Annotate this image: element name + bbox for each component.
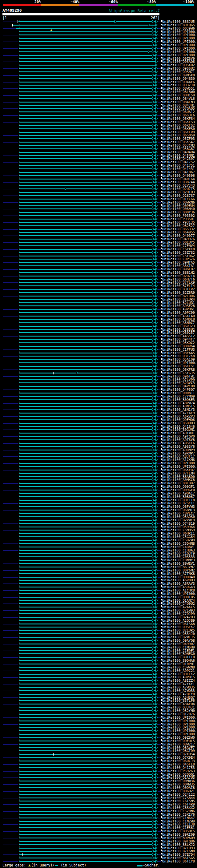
alignment-line [20, 305, 156, 306]
alignment-arrowhead-icon [152, 100, 155, 103]
subject-overhang-right [158, 791, 161, 792]
alignment-arrowhead-icon [152, 462, 155, 465]
alignment-line [20, 88, 156, 89]
alignment-arrowhead-icon [156, 425, 158, 428]
alignment-arrowhead-icon [156, 134, 158, 137]
subject-overhang-left [3, 108, 18, 109]
alignment-arrowhead-icon [156, 622, 158, 625]
alignment-arrowhead-icon [152, 284, 155, 287]
alignment-arrowhead-icon [156, 846, 158, 849]
alignment-line [20, 660, 156, 661]
alignment-arrowhead-icon [148, 23, 150, 27]
subject-overhang-left [3, 497, 18, 497]
alignment-line [20, 346, 156, 347]
alignment-line [20, 446, 156, 447]
alignment-line [20, 647, 156, 648]
alignment-arrowhead-icon [152, 606, 155, 609]
alignment-arrowhead-icon [156, 689, 158, 692]
alignment-line [20, 219, 156, 220]
subject-overhang-right [158, 82, 161, 83]
subject-overhang-left [3, 798, 18, 798]
hit-accession-label[interactable]: UniRef100_B6T1Y8 [162, 860, 195, 863]
alignment-arrowhead-icon [156, 328, 158, 331]
alignment-arrowhead-icon [156, 719, 158, 722]
alignment-line [20, 195, 156, 196]
alignment-arrowhead-icon [152, 692, 155, 695]
alignment-arrowhead-icon [152, 214, 155, 217]
subject-overhang-right [158, 757, 161, 758]
alignment-arrowhead-icon [156, 271, 158, 274]
alignment-arrowhead-icon [156, 856, 158, 859]
alignment-line [20, 821, 156, 822]
query-gap-triangle-icon [28, 864, 31, 866]
alignment-line [20, 667, 156, 668]
alignment-arrowhead-icon [156, 47, 158, 50]
alignment-line [20, 563, 156, 564]
alignment-arrowhead-icon [152, 826, 155, 829]
alignment-row[interactable]: UniRef100_B6T1Y8 [0, 860, 197, 863]
alignment-arrowhead-icon [156, 331, 158, 334]
alignment-arrowhead-icon [156, 184, 158, 187]
alignment-arrowhead-icon [152, 816, 155, 819]
subject-overhang-left [3, 296, 18, 297]
query-gap-marker-icon [50, 29, 53, 31]
subject-overhang-left [3, 262, 18, 263]
alignment-line [20, 610, 156, 611]
subject-overhang-left [3, 256, 18, 256]
subject-overhang-left [3, 791, 18, 792]
subject-overhang-right [158, 577, 161, 578]
alignment-arrowhead-icon [156, 759, 158, 763]
subject-overhang-right [158, 691, 161, 691]
alignment-arrowhead-icon [152, 311, 155, 314]
subject-overhang-right [158, 22, 161, 22]
subject-overhang-left [3, 456, 18, 457]
subject-overhang-right [158, 336, 161, 337]
subject-overhang-right [158, 202, 161, 203]
alignment-arrowhead-icon [152, 565, 155, 568]
alignment-line [20, 138, 156, 139]
alignment-arrowhead-icon [152, 261, 155, 264]
alignment-arrowhead-icon [152, 552, 155, 555]
alignment-arrowhead-icon [152, 291, 155, 294]
subject-overhang-left [3, 691, 18, 691]
alignment-arrowhead-icon [152, 50, 155, 53]
subject-overhang-left [3, 443, 18, 444]
alignment-line [20, 509, 156, 510]
alignment-line [20, 319, 156, 320]
alignment-arrowhead-icon [152, 522, 155, 525]
subject-overhang-right [158, 222, 161, 223]
subject-overhang-right [158, 155, 161, 156]
subject-overhang-left [3, 356, 18, 356]
subject-overhang-left [3, 336, 18, 337]
alignment-arrowhead-icon [156, 816, 158, 819]
alignment-arrowhead-icon [152, 719, 155, 722]
alignment-arrowhead-icon [156, 211, 158, 214]
alignment-line [20, 583, 156, 584]
subject-overhang-left [3, 162, 18, 162]
alignment-line [20, 376, 156, 377]
subject-overhang-left [3, 129, 18, 129]
alignment-arrowhead-icon [152, 515, 155, 518]
alignment-line [20, 209, 156, 209]
alignment-arrowhead-icon [156, 646, 158, 649]
alignment-arrowhead-icon [152, 639, 155, 642]
subject-overhang-right [158, 195, 161, 196]
alignment-arrowhead-icon [152, 405, 155, 408]
alignment-arrowhead-icon [156, 482, 158, 485]
subject-overhang-left [3, 115, 18, 116]
alignment-line [20, 556, 156, 557]
alignment-arrowhead-icon [152, 120, 155, 123]
alignment-arrowhead-icon [156, 311, 158, 314]
alignment-arrowhead-icon [152, 110, 155, 113]
subject-overhang-right [158, 798, 161, 798]
alignment-arrowhead-icon [156, 27, 158, 30]
alignment-line [20, 355, 156, 356]
alignment-arrowhead-icon [156, 408, 158, 411]
alignment-arrowhead-icon [156, 157, 158, 160]
subject-overhang-right [158, 557, 161, 557]
alignment-arrowhead-icon [152, 244, 155, 247]
alignment-line [20, 486, 156, 487]
alignment-line [20, 175, 156, 176]
alignment-arrowhead-icon [156, 154, 158, 157]
alignment-line [20, 600, 156, 601]
